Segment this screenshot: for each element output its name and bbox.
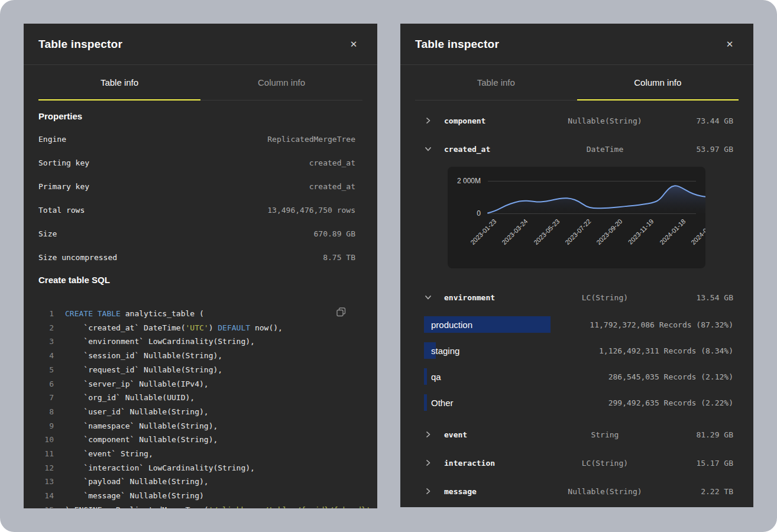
close-icon: ✕	[350, 39, 358, 49]
value-bar-label: qa	[424, 372, 441, 382]
column-row-message[interactable]: messageNullable(String)2.22 TB	[424, 477, 733, 505]
sql-segment: CREATE TABLE	[65, 309, 121, 318]
modal-title: Table inspector	[38, 38, 122, 51]
sql-line-number: 5	[38, 363, 54, 377]
tab-column-info[interactable]: Column info	[577, 65, 739, 100]
column-row-left: message	[424, 487, 554, 496]
modal-title: Table inspector	[415, 38, 499, 51]
column-size: 53.97 GB	[656, 145, 733, 154]
sql-line-text: `interaction` LowCardinality(String),	[65, 461, 255, 475]
sql-segment: DEFAULT	[218, 323, 250, 332]
sql-segment: 'UTC'	[186, 323, 209, 332]
sql-line-text: `environment` LowCardinality(String),	[65, 335, 255, 349]
chevron-down-icon	[424, 145, 432, 153]
sql-line-text: CREATE TABLE analytics_table (	[65, 307, 204, 321]
page-background: Table inspector ✕ Table info Column info…	[0, 0, 777, 532]
sql-line-number: 6	[38, 377, 54, 391]
sql-segment: `user_id` Nullable(String),	[65, 407, 209, 416]
tab-column-info[interactable]: Column info	[200, 65, 362, 100]
sql-segment: `payload` Nullable(String),	[65, 477, 209, 486]
sql-line-number: 12	[38, 461, 54, 475]
value-bar-label: staging	[424, 346, 459, 356]
column-row-created_at[interactable]: created_atDateTime53.97 GB	[424, 135, 733, 163]
table-inspector-modal-table-info: Table inspector ✕ Table info Column info…	[24, 24, 377, 508]
property-label: Total rows	[38, 206, 85, 215]
sql-line-number: 9	[38, 419, 54, 433]
sql-segment: `message` Nullable(String)	[65, 491, 204, 500]
property-value: 8.75 TB	[323, 253, 355, 262]
column-row-left: interaction	[424, 459, 554, 468]
value-bar-zone: Other	[424, 390, 608, 416]
value-bar-records: 11,792,372,086 Records (87.32%)	[590, 320, 733, 329]
sql-line-number: 1	[38, 307, 54, 321]
sql-code-block: 1CREATE TABLE analytics_table (2 `create…	[38, 307, 355, 508]
property-label: Sorting key	[38, 158, 89, 167]
sql-line: 6 `server_ip` Nullable(IPv4),	[38, 377, 355, 391]
property-value: ReplicatedMergeTree	[267, 135, 355, 144]
sql-segment: `component` Nullable(String),	[65, 435, 218, 444]
value-bar-records: 299,492,635 Records (2.22%)	[608, 398, 733, 407]
sql-segment: `request_id` Nullable(String),	[65, 365, 222, 374]
column-row-component[interactable]: componentNullable(String)73.44 GB	[424, 106, 733, 135]
column-name: created_at	[444, 145, 490, 154]
value-bar-row-production: production11,792,372,086 Records (87.32%…	[424, 312, 733, 338]
modal-header: Table inspector ✕	[400, 24, 753, 65]
column-row-event[interactable]: eventString81.29 GB	[424, 420, 733, 449]
sql-line-number: 13	[38, 475, 54, 489]
sql-segment: `interaction` LowCardinality(String),	[65, 463, 255, 472]
created-at-chart-card: 2 000M02023-01-232023-03-242023-05-23202…	[448, 167, 705, 268]
sql-line-text: `namespace` Nullable(String),	[65, 419, 218, 433]
tab-bar: Table info Column info	[38, 65, 362, 100]
close-button[interactable]: ✕	[347, 37, 361, 51]
sql-line-number: 8	[38, 405, 54, 419]
copy-sql-button[interactable]	[336, 307, 347, 317]
tab-table-info[interactable]: Table info	[415, 65, 577, 100]
tab-table-info[interactable]: Table info	[38, 65, 200, 100]
sql-line: 4 `session_id` Nullable(String),	[38, 349, 355, 363]
sql-line: 1CREATE TABLE analytics_table (	[38, 307, 355, 321]
column-row-left: event	[424, 430, 554, 439]
table-inspector-modal-column-info: Table inspector ✕ Table info Column info…	[400, 24, 753, 507]
sql-line: 14 `message` Nullable(String)	[38, 489, 355, 503]
sql-line-number: 4	[38, 349, 54, 363]
create-table-sql-heading: Create table SQL	[38, 275, 355, 285]
value-bar-records: 1,126,492,311 Records (8.34%)	[599, 346, 733, 355]
property-value: 13,496,476,750 rows	[267, 206, 355, 215]
property-row: EngineReplicatedMergeTree	[38, 127, 355, 151]
sql-line-text: ) ENGINE = ReplicatedMergeTree('/clickho…	[65, 503, 375, 508]
column-type: DateTime	[554, 145, 656, 154]
value-bar-row-qa: qa286,545,035 Records (2.12%)	[424, 364, 733, 390]
column-row-left: created_at	[424, 145, 554, 154]
sql-line: 10 `component` Nullable(String),	[38, 433, 355, 447]
sql-segment: )	[209, 323, 218, 332]
column-size: 13.54 GB	[656, 293, 733, 302]
chevron-down-icon	[424, 293, 432, 301]
value-bar-zone: staging	[424, 338, 599, 364]
column-size: 2.22 TB	[656, 487, 733, 496]
column-name: component	[444, 116, 485, 125]
sql-segment: `environment` LowCardinality(String),	[65, 337, 255, 346]
property-label: Size uncompressed	[38, 253, 117, 262]
column-name: event	[444, 430, 467, 439]
property-row: Primary keycreated_at	[38, 174, 355, 198]
property-row: Sorting keycreated_at	[38, 151, 355, 174]
sql-line-text: `user_id` Nullable(String),	[65, 405, 209, 419]
sql-line: 13 `payload` Nullable(String),	[38, 475, 355, 489]
sql-lines: 1CREATE TABLE analytics_table (2 `create…	[38, 307, 355, 508]
sql-segment: `namespace` Nullable(String),	[65, 421, 218, 430]
chevron-right-icon	[424, 487, 432, 495]
column-row-environment[interactable]: environmentLC(String)13.54 GB	[424, 283, 733, 312]
column-row-interaction[interactable]: interactionLC(String)15.17 GB	[424, 449, 733, 477]
property-value: 670.89 GB	[314, 229, 355, 238]
value-bar-records: 286,545,035 Records (2.12%)	[608, 372, 733, 381]
sql-line-text: `payload` Nullable(String),	[65, 475, 209, 489]
sql-segment: `server_ip` Nullable(IPv4),	[65, 379, 209, 388]
column-type: LC(String)	[554, 459, 656, 468]
property-row: Size670.89 GB	[38, 222, 355, 245]
properties-list: EngineReplicatedMergeTreeSorting keycrea…	[38, 127, 355, 269]
column-size: 81.29 GB	[656, 430, 733, 439]
sql-line-number: 14	[38, 489, 54, 503]
close-button[interactable]: ✕	[723, 37, 737, 51]
sql-segment: `org_id` Nullable(UUID),	[65, 393, 195, 402]
sql-line: 8 `user_id` Nullable(String),	[38, 405, 355, 419]
